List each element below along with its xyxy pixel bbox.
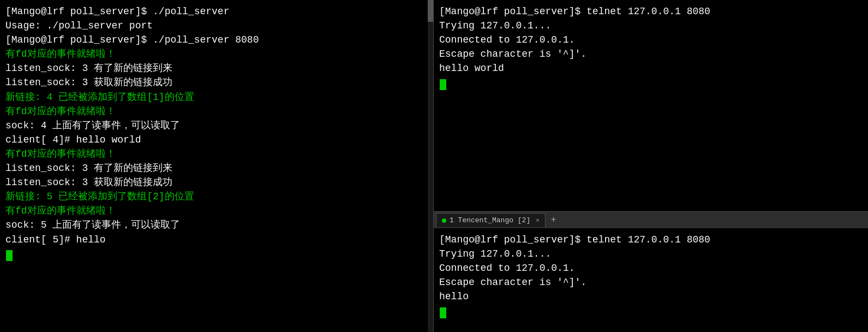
terminal-line: [Mango@lrf poll_server]$ telnet 127.0.0.… [439,4,863,19]
terminal-line: client[ 4]# hello world [5,133,428,147]
terminal-cursor [6,250,13,261]
terminal-line: sock: 4 上面有了读事件，可以读取了 [5,118,428,133]
right-top-content: [Mango@lrf poll_server]$ telnet 127.0.0.… [439,4,863,90]
terminal-line: 新链接: 4 已经被添加到了数组[1]的位置 [5,90,428,104]
cursor-line [439,304,863,318]
terminal-line: hello [439,289,863,304]
cursor-line [439,75,863,90]
terminal-line: Connected to 127.0.0.1. [439,33,863,47]
terminal-line: 有fd对应的事件就绪啦！ [5,104,428,118]
left-scrollbar[interactable] [428,0,433,332]
tab-label: 1 Tencent_Mango [2] [450,216,530,224]
tab-close-button[interactable]: × [536,217,540,224]
left-terminal[interactable]: [Mango@lrf poll_server]$ ./poll_serverUs… [0,0,434,332]
terminal-line: Trying 127.0.0.1... [439,19,863,33]
right-panel: [Mango@lrf poll_server]$ telnet 127.0.0.… [434,0,868,332]
terminal-cursor [440,79,446,90]
left-scrollbar-thumb[interactable] [428,0,433,22]
tab-add-button[interactable]: + [548,215,560,225]
terminal-cursor [440,307,446,318]
terminal-line: listen_sock: 3 有了新的链接到来 [5,161,428,175]
terminal-line: sock: 5 上面有了读事件，可以读取了 [5,218,428,232]
cursor-line [5,247,428,261]
terminal-line: listen_sock: 3 获取新的链接成功 [5,175,428,189]
right-top-terminal[interactable]: [Mango@lrf poll_server]$ telnet 127.0.0.… [434,0,868,212]
right-bottom-content: [Mango@lrf poll_server]$ telnet 127.0.0.… [439,233,863,318]
right-bottom-panel: 1 Tencent_Mango [2] × + [Mango@lrf poll_… [434,212,868,332]
tab-status-dot [442,218,446,223]
terminal-line: listen_sock: 3 获取新的链接成功 [5,75,428,90]
terminal-line: listen_sock: 3 有了新的链接到来 [5,61,428,75]
terminal-line: Escape character is '^]'. [439,47,863,61]
terminal-line: [Mango@lrf poll_server]$ ./poll_server [5,4,428,19]
right-bottom-terminal[interactable]: [Mango@lrf poll_server]$ telnet 127.0.0.… [434,228,868,332]
terminal-line: 新链接: 5 已经被添加到了数组[2]的位置 [5,189,428,204]
terminal-line: [Mango@lrf poll_server]$ ./poll_server 8… [5,33,428,47]
terminal-line: client[ 5]# hello [5,233,428,247]
terminal-line: Trying 127.0.0.1... [439,247,863,261]
terminal-line: [Mango@lrf poll_server]$ telnet 127.0.0.… [439,233,863,247]
terminal-line: 有fd对应的事件就绪啦！ [5,204,428,218]
terminal-line: Escape character is '^]'. [439,275,863,289]
tab-tencent-mango[interactable]: 1 Tencent_Mango [2] × [436,213,546,227]
terminal-line: Usage: ./poll_server port [5,19,428,33]
terminal-line: 有fd对应的事件就绪啦！ [5,47,428,61]
terminal-line: hello world [439,61,863,75]
terminal-line: 有fd对应的事件就绪啦！ [5,147,428,161]
left-terminal-content: [Mango@lrf poll_server]$ ./poll_serverUs… [5,4,428,261]
tab-bar[interactable]: 1 Tencent_Mango [2] × + [434,212,868,228]
terminal-line: Connected to 127.0.0.1. [439,261,863,275]
